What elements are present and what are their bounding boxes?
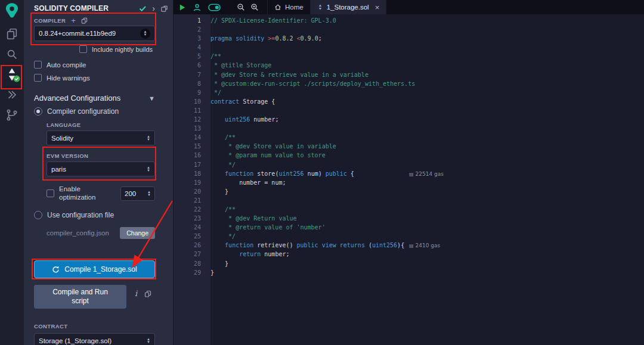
solidity-compiler-icon[interactable] bbox=[4, 66, 20, 83]
gas-estimate-badge: ▤2410 gas bbox=[409, 241, 440, 250]
hide-warnings-label: Hide warnings bbox=[47, 74, 90, 82]
compile-and-run-button[interactable]: Compile and Run script bbox=[34, 285, 126, 309]
line-number: 6 bbox=[174, 61, 201, 70]
include-nightly-checkbox[interactable] bbox=[79, 45, 87, 53]
line-number: 2 bbox=[174, 25, 201, 34]
compiler-section-label: COMPILER bbox=[34, 17, 66, 24]
optimization-row: Enable optimization 200 ▲▼ bbox=[47, 185, 155, 201]
config-file-name: compiler_config.json bbox=[47, 229, 109, 237]
deploy-run-icon[interactable] bbox=[4, 86, 20, 103]
code-line: */ bbox=[210, 160, 644, 169]
line-number: 13 bbox=[174, 124, 201, 133]
toggle-switch-icon[interactable] bbox=[208, 4, 221, 11]
auto-compile-label: Auto compile bbox=[47, 61, 86, 69]
auto-compile-row: Auto compile bbox=[34, 61, 155, 69]
code-line bbox=[210, 106, 644, 115]
line-number: 19 bbox=[174, 178, 201, 187]
language-select[interactable]: Solidity ▲▼ bbox=[47, 130, 155, 145]
compiler-configuration-row: Compiler configuration bbox=[34, 107, 155, 116]
code-line: } bbox=[210, 268, 644, 277]
compile-success-check-icon bbox=[138, 4, 147, 13]
code-editor[interactable]: 1234567891011121314151617181920212223242… bbox=[174, 14, 644, 345]
language-value: Solidity bbox=[51, 135, 73, 142]
tab-home[interactable]: Home bbox=[267, 0, 311, 14]
activity-bar bbox=[0, 0, 24, 345]
code-line: */ bbox=[210, 88, 644, 97]
code-line: contract Storage { bbox=[210, 97, 644, 106]
use-config-file-label: Use configuration file bbox=[47, 211, 114, 219]
line-number: 9 bbox=[174, 88, 201, 97]
zoom-in-icon[interactable] bbox=[250, 3, 259, 11]
line-number: 23 bbox=[174, 214, 201, 223]
line-number: 15 bbox=[174, 142, 201, 151]
line-number: 18 bbox=[174, 169, 201, 178]
line-number: 24 bbox=[174, 223, 201, 232]
compiler-configuration-radio[interactable] bbox=[34, 107, 42, 116]
editor-area: Home 1_Storage.sol × 1234567891011121314… bbox=[173, 0, 644, 345]
code-content[interactable]: // SPDX-License-Identifier: GPL-3.0pragm… bbox=[210, 14, 644, 345]
line-number: 8 bbox=[174, 79, 201, 88]
version-spinner-icon[interactable]: ▲▼ bbox=[140, 29, 150, 39]
add-compiler-icon[interactable]: + bbox=[71, 18, 76, 24]
file-explorer-icon[interactable] bbox=[4, 26, 20, 42]
optimization-runs-input[interactable]: 200 ▲▼ bbox=[120, 187, 155, 201]
evm-version-value: paris bbox=[51, 166, 66, 173]
reload-compiler-icon[interactable] bbox=[81, 17, 88, 24]
advanced-configurations-title: Advanced Configurations bbox=[34, 94, 148, 102]
evm-spinner-icon: ▲▼ bbox=[147, 166, 150, 172]
line-number: 5 bbox=[174, 52, 201, 61]
user-icon[interactable] bbox=[193, 3, 202, 12]
evm-version-select[interactable]: paris ▲▼ bbox=[47, 161, 155, 176]
contract-select[interactable]: Storage (1_Storage.sol) ▲▼ bbox=[34, 333, 155, 345]
code-line: function store(uint256 num) public {▤225… bbox=[210, 169, 644, 178]
code-line: number = num; bbox=[210, 178, 644, 187]
info-icon[interactable]: i bbox=[135, 289, 137, 298]
code-line: // SPDX-License-Identifier: GPL-3.0 bbox=[210, 16, 644, 25]
code-line: return number; bbox=[210, 250, 644, 259]
use-config-file-radio[interactable] bbox=[34, 211, 42, 219]
contract-section-label: CONTRACT bbox=[34, 323, 155, 330]
include-nightly-label: Include nightly builds bbox=[92, 46, 153, 53]
remix-logo-icon bbox=[4, 2, 20, 18]
line-number: 28 bbox=[174, 259, 201, 268]
compiler-version-select[interactable]: 0.8.24+commit.e11b9ed9 ▲▼ bbox=[34, 26, 155, 41]
code-line: function retrieve() public view returns … bbox=[210, 241, 644, 250]
compiler-version-value: 0.8.24+commit.e11b9ed9 bbox=[39, 30, 116, 37]
code-line: uint256 number; bbox=[210, 115, 644, 124]
close-tab-icon[interactable]: × bbox=[375, 4, 380, 11]
hide-warnings-checkbox[interactable] bbox=[34, 74, 42, 82]
line-number: 26 bbox=[174, 241, 201, 250]
line-number-gutter: 1234567891011121314151617181920212223242… bbox=[174, 14, 210, 345]
tab-1-storage-sol[interactable]: 1_Storage.sol × bbox=[311, 0, 387, 14]
line-number: 10 bbox=[174, 97, 201, 106]
code-line: * @title Storage bbox=[210, 61, 644, 70]
panel-title: SOLIDITY COMPILER bbox=[34, 4, 138, 13]
compile-button[interactable]: Compile 1_Storage.sol bbox=[34, 260, 155, 278]
runs-spinner-icon: ▲▼ bbox=[147, 191, 151, 197]
auto-compile-checkbox[interactable] bbox=[34, 61, 42, 69]
change-config-button[interactable]: Change bbox=[120, 227, 155, 239]
line-number: 27 bbox=[174, 250, 201, 259]
enable-optimization-checkbox[interactable] bbox=[47, 189, 54, 197]
config-file-row: compiler_config.json Change bbox=[47, 227, 155, 239]
zoom-out-icon[interactable] bbox=[237, 3, 245, 11]
chevron-right-icon[interactable]: › bbox=[152, 4, 155, 13]
code-line bbox=[210, 43, 644, 52]
run-script-play-icon[interactable] bbox=[178, 4, 186, 11]
git-branch-icon[interactable] bbox=[4, 107, 20, 123]
include-nightly-row: Include nightly builds bbox=[79, 45, 155, 53]
search-icon[interactable] bbox=[4, 46, 20, 63]
optimization-runs-value: 200 bbox=[125, 190, 136, 197]
open-window-icon[interactable] bbox=[160, 5, 168, 13]
solidity-file-icon bbox=[317, 4, 323, 10]
panel-header: SOLIDITY COMPILER › bbox=[34, 0, 168, 14]
tab-file-label: 1_Storage.sol bbox=[327, 4, 369, 11]
line-number: 1 bbox=[174, 16, 201, 25]
solidity-compiler-panel: SOLIDITY COMPILER › COMPILER + 0.8.24+co… bbox=[24, 0, 173, 345]
line-number: 3 bbox=[174, 34, 201, 43]
copy-icon[interactable] bbox=[144, 290, 151, 297]
line-number: 21 bbox=[174, 196, 201, 205]
compiled-check-badge bbox=[13, 75, 20, 82]
code-line: } bbox=[210, 187, 644, 196]
advanced-configurations-header[interactable]: Advanced Configurations ▼ bbox=[34, 94, 155, 102]
